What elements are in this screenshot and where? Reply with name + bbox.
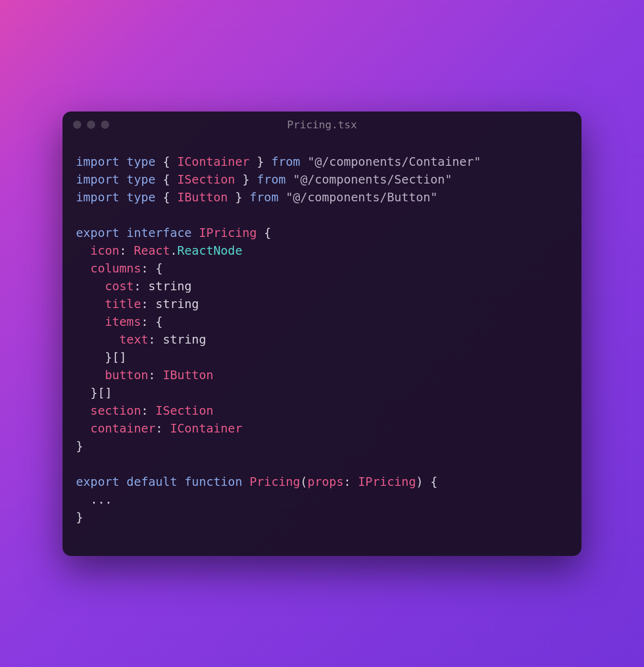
code-line: title: string: [76, 295, 568, 313]
code-token: IButton: [163, 368, 213, 382]
code-line: ...: [76, 491, 568, 508]
code-token: string: [149, 279, 192, 293]
code-line: columns: {: [76, 259, 568, 277]
code-token: ReactNode: [177, 244, 242, 258]
code-line: [76, 206, 568, 224]
code-line: button: IButton: [76, 366, 568, 384]
code-token: default: [126, 475, 184, 489]
code-token: import: [76, 173, 126, 186]
close-icon[interactable]: [73, 121, 81, 129]
code-token: [76, 297, 105, 311]
code-token: ISection: [156, 404, 213, 418]
code-line: }: [76, 437, 568, 455]
code-line: cost: string: [76, 277, 568, 295]
code-token: }: [76, 439, 83, 453]
code-token: columns: [90, 261, 141, 275]
code-token: ...: [76, 493, 112, 506]
code-token: }: [249, 155, 271, 169]
code-token: :: [134, 279, 148, 293]
code-token: (: [300, 475, 308, 489]
code-token: [76, 279, 105, 293]
code-token: function: [185, 475, 249, 489]
code-line: import type { IContainer } from "@/compo…: [76, 153, 568, 171]
code-token: title: [105, 297, 141, 311]
zoom-icon[interactable]: [101, 121, 109, 129]
code-token: container: [90, 421, 155, 435]
code-line: [76, 455, 568, 473]
code-line: items: {: [76, 313, 568, 331]
code-token: : {: [141, 261, 162, 275]
file-title: Pricing.tsx: [62, 119, 582, 131]
code-token: }: [76, 510, 83, 524]
code-token: :: [149, 368, 163, 382]
code-token: [76, 315, 105, 329]
code-token: [76, 244, 90, 258]
code-token: from: [249, 190, 285, 204]
code-token: icon: [90, 244, 119, 258]
code-token: export: [76, 475, 126, 489]
code-line: import type { IButton } from "@/componen…: [76, 188, 568, 206]
code-token: items: [105, 315, 141, 329]
code-line: }: [76, 508, 568, 526]
code-token: :: [141, 297, 155, 311]
code-token: from: [271, 155, 307, 169]
code-token: }[]: [76, 350, 126, 364]
code-token: {: [257, 226, 271, 240]
code-line: icon: React.ReactNode: [76, 242, 568, 259]
code-token: }: [228, 190, 249, 204]
code-token: type: [126, 173, 162, 186]
code-line: }[]: [76, 348, 568, 366]
code-editor-window: Pricing.tsx import type { IContainer } f…: [62, 111, 582, 556]
code-token: Pricing: [249, 475, 300, 489]
titlebar: Pricing.tsx: [62, 111, 582, 138]
code-line: }[]: [76, 384, 568, 402]
code-token: interface: [126, 226, 199, 240]
code-token: "@/components/Button": [286, 190, 438, 204]
code-line: text: string: [76, 331, 568, 348]
code-token: {: [163, 173, 177, 186]
code-token: IContainer: [177, 155, 250, 169]
code-token: :: [149, 333, 163, 346]
code-token: IPricing: [199, 226, 257, 240]
code-token: [76, 368, 105, 382]
code-token: :: [141, 404, 155, 418]
code-token: ISection: [177, 173, 235, 186]
code-token: :: [344, 475, 358, 489]
code-token: }[]: [76, 386, 112, 400]
code-token: [76, 261, 90, 275]
code-line: import type { ISection } from "@/compone…: [76, 171, 568, 188]
code-token: IPricing: [358, 475, 416, 489]
code-token: import: [76, 190, 126, 204]
code-token: {: [163, 190, 177, 204]
code-token: props: [308, 475, 344, 489]
code-token: import: [76, 155, 126, 169]
code-line: export default function Pricing(props: I…: [76, 473, 568, 491]
traffic-lights: [73, 121, 109, 129]
code-content: import type { IContainer } from "@/compo…: [62, 138, 582, 556]
code-token: React: [134, 244, 170, 258]
code-token: type: [126, 155, 162, 169]
code-token: [76, 404, 90, 418]
code-token: [76, 421, 90, 435]
code-token: ) {: [416, 475, 437, 489]
code-token: "@/components/Section": [293, 173, 452, 186]
code-token: cost: [105, 279, 134, 293]
code-token: text: [119, 333, 148, 346]
code-token: }: [235, 173, 257, 186]
code-token: from: [257, 173, 293, 186]
code-token: :: [119, 244, 134, 258]
code-token: :: [156, 421, 170, 435]
code-token: export: [76, 226, 126, 240]
minimize-icon[interactable]: [87, 121, 95, 129]
code-token: type: [126, 190, 162, 204]
code-token: "@/components/Container": [308, 155, 481, 169]
code-line: section: ISection: [76, 402, 568, 420]
code-token: {: [163, 155, 177, 169]
code-token: string: [156, 297, 199, 311]
code-token: button: [105, 368, 148, 382]
code-token: : {: [141, 315, 162, 329]
code-token: string: [163, 333, 206, 346]
code-token: section: [90, 404, 141, 418]
code-token: [76, 333, 119, 346]
code-line: container: IContainer: [76, 420, 568, 437]
